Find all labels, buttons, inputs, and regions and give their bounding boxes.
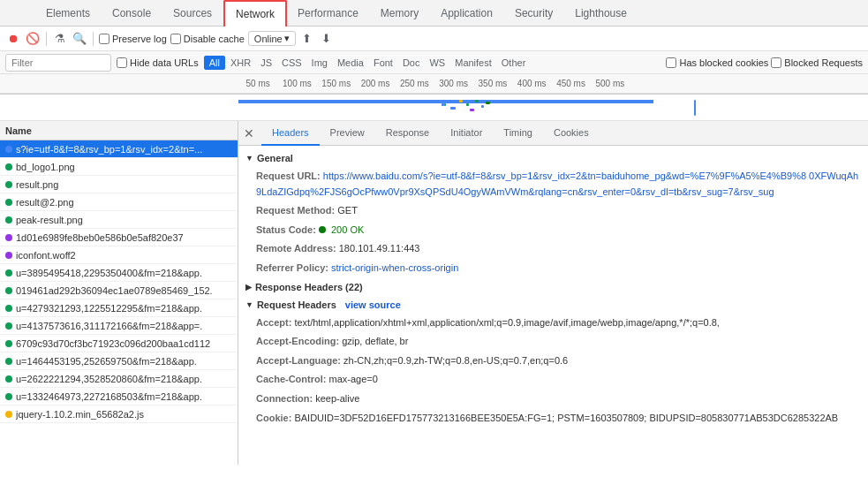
referrer-policy-key: Referrer Policy:	[256, 262, 328, 273]
mini-bar-7	[475, 100, 479, 102]
detail-tab-response[interactable]: Response	[375, 121, 441, 146]
filter-input[interactable]	[5, 54, 111, 72]
cache-control-key: Cache-Control:	[256, 374, 326, 384]
details-tabs: ✕ Headers Preview Response Initiator Tim…	[238, 121, 868, 146]
list-item[interactable]: 019461ad292b36094ec1ae0789e85469_152.	[0, 282, 238, 299]
tab-memory[interactable]: Memory	[370, 0, 430, 27]
has-blocked-label[interactable]: Has blocked cookies	[666, 57, 768, 68]
request-headers-section-header[interactable]: Request Headers view source	[238, 296, 868, 314]
mini-bar-9	[486, 102, 490, 104]
blocked-requests-checkbox[interactable]	[771, 57, 781, 68]
general-section-header[interactable]: General	[238, 149, 868, 167]
tab-application[interactable]: Application	[430, 0, 504, 27]
accept-key: Accept:	[256, 317, 291, 328]
filter-icon[interactable]: ⚗	[52, 31, 68, 47]
download-icon[interactable]: ⬇	[319, 31, 335, 47]
filter-xhr[interactable]: XHR	[226, 57, 255, 69]
tab-performance[interactable]: Performance	[287, 0, 370, 27]
list-item[interactable]: u=2622221294,3528520860&fm=218&app.	[0, 370, 238, 388]
tab-security[interactable]: Security	[504, 0, 564, 27]
request-name: result@2.png	[16, 197, 74, 208]
filter-other[interactable]: Other	[497, 57, 531, 69]
timeline-colored-bars	[238, 96, 868, 119]
view-source-link[interactable]: view source	[345, 299, 401, 310]
request-type-icon	[5, 287, 12, 294]
tab-lighthouse[interactable]: Lighthouse	[564, 0, 638, 27]
filter-font[interactable]: Font	[369, 57, 397, 69]
accept-language-key: Accept-Language:	[256, 355, 341, 366]
tab-sources[interactable]: Sources	[162, 0, 223, 27]
chevron-down-icon: ▾	[284, 33, 290, 44]
list-item[interactable]: result.png	[0, 176, 238, 193]
preserve-log-label[interactable]: Preserve log	[99, 34, 167, 44]
close-button[interactable]: ✕	[244, 126, 254, 140]
list-item[interactable]: u=4137573616,311172166&fm=218&app=.	[0, 317, 238, 335]
accept-row: Accept: text/html,application/xhtml+xml,…	[238, 314, 868, 333]
upload-icon[interactable]: ⬆	[299, 31, 315, 47]
list-header: Name	[0, 121, 238, 140]
accept-encoding-row: Accept-Encoding: gzip, deflate, br	[238, 332, 868, 352]
online-dropdown[interactable]: Online ▾	[248, 31, 296, 46]
connection-key: Connection:	[256, 393, 313, 404]
cookie-key: Cookie:	[256, 413, 291, 423]
list-item[interactable]: iconfont.woff2	[0, 246, 238, 264]
search-icon[interactable]: 🔍	[72, 31, 87, 47]
hide-data-urls-label[interactable]: Hide data URLs	[117, 57, 199, 68]
detail-tab-timing[interactable]: Timing	[493, 121, 543, 146]
timeline-label-100: 100 ms	[277, 79, 316, 88]
mini-bar-4	[459, 100, 463, 102]
tab-elements[interactable]: Elements	[35, 0, 102, 27]
list-item[interactable]: bd_logo1.png	[0, 158, 238, 176]
list-item[interactable]: u=1464453195,252659750&fm=218&app.	[0, 352, 238, 370]
preserve-log-checkbox[interactable]	[99, 34, 109, 44]
remote-address-row: Remote Address: 180.101.49.11:443	[238, 239, 868, 259]
remote-address-key: Remote Address:	[256, 243, 336, 254]
disable-cache-checkbox[interactable]	[170, 34, 181, 44]
accept-language-row: Accept-Language: zh-CN,zh;q=0.9,zh-TW;q=…	[238, 352, 868, 371]
response-headers-section-header[interactable]: Response Headers (22)	[238, 278, 868, 296]
timeline-label-50: 50 ms	[238, 79, 277, 88]
request-url-row: Request URL: https://www.baidu.com/s?ie=…	[238, 167, 868, 201]
list-item[interactable]: u=3895495418,2295350400&fm=218&app.	[0, 264, 238, 282]
referrer-policy-row: Referrer Policy: strict-origin-when-cros…	[238, 259, 868, 278]
detail-tab-cookies[interactable]: Cookies	[543, 121, 600, 146]
tab-network[interactable]: Network	[223, 0, 287, 27]
list-item[interactable]: result@2.png	[0, 193, 238, 211]
request-name: u=2622221294,3528520860&fm=218&app.	[16, 374, 202, 384]
status-code-row: Status Code: 200 OK	[238, 221, 868, 240]
filter-img[interactable]: Img	[307, 57, 332, 69]
filter-ws[interactable]: WS	[425, 57, 449, 69]
record-button[interactable]: ⏺	[5, 31, 21, 47]
request-type-icon	[5, 411, 12, 418]
filter-js[interactable]: JS	[256, 57, 276, 69]
filter-media[interactable]: Media	[333, 57, 368, 69]
list-item[interactable]: u=1332464973,2272168503&fm=218&app.	[0, 388, 238, 405]
request-type-icon	[5, 322, 12, 330]
detail-tab-initiator[interactable]: Initiator	[440, 121, 493, 146]
has-blocked-checkbox[interactable]	[666, 57, 676, 68]
status-dot	[319, 226, 326, 233]
filter-manifest[interactable]: Manifest	[450, 57, 496, 69]
detail-tab-preview[interactable]: Preview	[320, 121, 375, 146]
list-item[interactable]: 1d01e6989fe8beb0e586b0e5af820e37	[0, 229, 238, 246]
list-item[interactable]: peak-result.png	[0, 211, 238, 229]
hide-data-urls-checkbox[interactable]	[117, 57, 127, 68]
clear-button[interactable]: 🚫	[25, 31, 41, 47]
detail-tab-headers[interactable]: Headers	[261, 121, 320, 146]
tab-bar: Elements Console Sources Network Perform…	[0, 0, 868, 27]
timeline-label-200: 200 ms	[356, 79, 395, 88]
cookie-value: BAIDUID=3DF52D16EFD175773213166BEE350E5A…	[294, 413, 838, 423]
list-item[interactable]: jquery-1.10.2.min_65682a2.js	[0, 405, 238, 423]
list-item[interactable]: u=4279321293,1225512295&fm=218&app.	[0, 299, 238, 317]
accept-encoding-key: Accept-Encoding:	[256, 336, 339, 346]
tab-console[interactable]: Console	[102, 0, 162, 27]
request-url-key: Request URL:	[256, 171, 321, 181]
request-list: Name s?ie=utf-8&f=8&rsv_bp=1&rsv_idx=2&t…	[0, 121, 238, 465]
filter-doc[interactable]: Doc	[398, 57, 425, 69]
disable-cache-label[interactable]: Disable cache	[170, 34, 245, 44]
filter-all[interactable]: All	[204, 56, 225, 70]
list-item[interactable]: 6709c93d70cf3bc71923c096d200baa1cd112	[0, 335, 238, 352]
list-item[interactable]: s?ie=utf-8&f=8&rsv_bp=1&rsv_idx=2&tn=...	[0, 140, 238, 158]
blocked-requests-label[interactable]: Blocked Requests	[771, 57, 863, 68]
filter-css[interactable]: CSS	[277, 57, 306, 69]
